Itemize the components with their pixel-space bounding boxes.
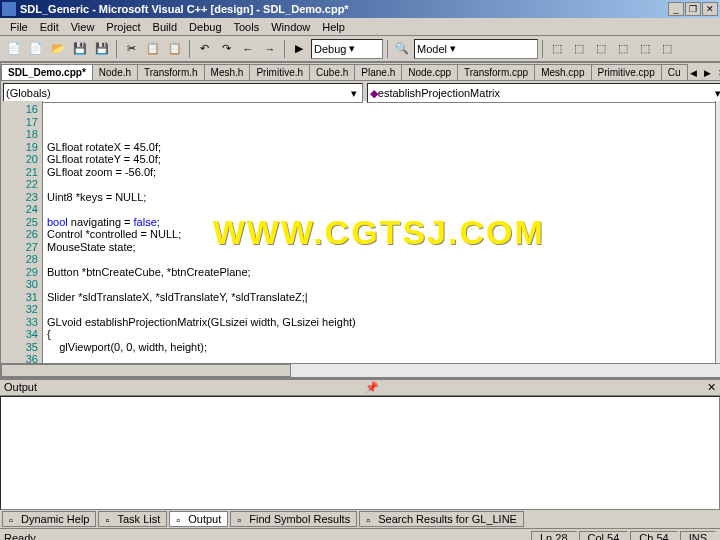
- tab-icon: ▫: [9, 514, 19, 524]
- file-tab[interactable]: Transform.h: [137, 64, 205, 80]
- scope-combo[interactable]: (Globals)▾: [3, 83, 363, 103]
- code-line[interactable]: [47, 353, 711, 363]
- code-line[interactable]: GLfloat rotateX = 45.0f;: [47, 141, 711, 154]
- menu-debug[interactable]: Debug: [183, 20, 227, 34]
- file-tab[interactable]: Node.h: [92, 64, 138, 80]
- output-tab[interactable]: ▫Task List: [98, 511, 167, 527]
- status-ins: INS: [680, 531, 716, 541]
- tab-icon: ▫: [366, 514, 376, 524]
- tool-f-button[interactable]: ⬚: [657, 39, 677, 59]
- open-button[interactable]: 📂: [48, 39, 68, 59]
- output-tab[interactable]: ▫Dynamic Help: [2, 511, 96, 527]
- code-line[interactable]: [47, 178, 711, 191]
- output-pin-icon[interactable]: 📌: [365, 381, 379, 394]
- output-tab[interactable]: ▫Output: [169, 511, 228, 527]
- menu-build[interactable]: Build: [147, 20, 183, 34]
- code-line[interactable]: MouseState state;: [47, 241, 711, 254]
- code-line[interactable]: GLvoid establishProjectionMatrix(GLsizei…: [47, 316, 711, 329]
- code-line[interactable]: glViewport(0, 0, width, height);: [47, 341, 711, 354]
- code-line[interactable]: GLfloat rotateY = 45.0f;: [47, 153, 711, 166]
- code-editor[interactable]: 1617181920212223242526272829303132333435…: [1, 101, 720, 363]
- code-line[interactable]: Control *controlled = NULL;: [47, 228, 711, 241]
- platform-combo[interactable]: Model▾: [414, 39, 538, 59]
- file-tab[interactable]: Primitive.h: [249, 64, 310, 80]
- code-line[interactable]: GLfloat zoom = -56.0f;: [47, 166, 711, 179]
- start-button[interactable]: ▶: [289, 39, 309, 59]
- status-ch: Ch 54: [630, 531, 677, 541]
- file-tab[interactable]: Mesh.h: [204, 64, 251, 80]
- editor-vscroll[interactable]: [715, 101, 720, 363]
- editor-hscroll[interactable]: [1, 363, 720, 377]
- line-gutter: 1617181920212223242526272829303132333435…: [1, 101, 43, 363]
- save-all-button[interactable]: 💾: [92, 39, 112, 59]
- tab-nav-btn[interactable]: ◀: [687, 66, 701, 80]
- code-line[interactable]: Button *btnCreateCube, *btnCreatePlane;: [47, 266, 711, 279]
- output-tab[interactable]: ▫Search Results for GL_LINE: [359, 511, 524, 527]
- config-combo[interactable]: Debug▾: [311, 39, 383, 59]
- file-tab[interactable]: SDL_Demo.cpp*: [1, 64, 93, 80]
- code-line[interactable]: Uint8 *keys = NULL;: [47, 191, 711, 204]
- window-titlebar: SDL_Generic - Microsoft Visual C++ [desi…: [0, 0, 720, 18]
- file-tab[interactable]: Mesh.cpp: [534, 64, 591, 80]
- menu-project[interactable]: Project: [100, 20, 146, 34]
- code-text[interactable]: WWW.CGTSJ.COM GLfloat rotateX = 45.0f;GL…: [43, 101, 715, 363]
- tool-c-button[interactable]: ⬚: [591, 39, 611, 59]
- undo-button[interactable]: ↶: [194, 39, 214, 59]
- add-item-button[interactable]: 📄: [26, 39, 46, 59]
- cut-button[interactable]: ✂: [121, 39, 141, 59]
- member-combo[interactable]: ◆establishProjectionMatrix▾: [367, 83, 720, 103]
- tool-b-button[interactable]: ⬚: [569, 39, 589, 59]
- tool-d-button[interactable]: ⬚: [613, 39, 633, 59]
- window-title: SDL_Generic - Microsoft Visual C++ [desi…: [20, 3, 668, 15]
- nav-fwd-button[interactable]: →: [260, 39, 280, 59]
- menu-window[interactable]: Window: [265, 20, 316, 34]
- tool-a-button[interactable]: ⬚: [547, 39, 567, 59]
- menu-help[interactable]: Help: [316, 20, 351, 34]
- menu-edit[interactable]: Edit: [34, 20, 65, 34]
- status-line: Ln 28: [531, 531, 577, 541]
- close-button[interactable]: ✕: [702, 2, 718, 16]
- file-tab[interactable]: Plane.h: [354, 64, 402, 80]
- new-project-button[interactable]: 📄: [4, 39, 24, 59]
- status-col: Col 54: [579, 531, 629, 541]
- code-line[interactable]: Slider *sldTranslateX, *sldTranslateY, *…: [47, 291, 711, 304]
- paste-button[interactable]: 📋: [165, 39, 185, 59]
- file-tab[interactable]: Node.cpp: [401, 64, 458, 80]
- tab-nav-btn[interactable]: ✕: [715, 66, 720, 80]
- redo-button[interactable]: ↷: [216, 39, 236, 59]
- tool-e-button[interactable]: ⬚: [635, 39, 655, 59]
- file-tab[interactable]: Cu: [661, 64, 688, 80]
- file-tab[interactable]: Transform.cpp: [457, 64, 535, 80]
- tab-nav-btn[interactable]: ▶: [701, 66, 715, 80]
- menu-view[interactable]: View: [65, 20, 101, 34]
- output-close-icon[interactable]: ✕: [707, 381, 716, 394]
- nav-back-button[interactable]: ←: [238, 39, 258, 59]
- status-ready: Ready: [4, 532, 529, 541]
- save-button[interactable]: 💾: [70, 39, 90, 59]
- output-tab-strip: ▫Dynamic Help▫Task List▫Output▫Find Symb…: [0, 510, 720, 528]
- file-tab-strip: SDL_Demo.cpp*Node.hTransform.hMesh.hPrim…: [1, 63, 720, 81]
- minimize-button[interactable]: _: [668, 2, 684, 16]
- tab-icon: ▫: [105, 514, 115, 524]
- editor-pane: SDL_Demo.cpp*Node.hTransform.hMesh.hPrim…: [0, 62, 720, 378]
- file-tab[interactable]: Cube.h: [309, 64, 355, 80]
- menu-bar: FileEditViewProjectBuildDebugToolsWindow…: [0, 18, 720, 36]
- menu-tools[interactable]: Tools: [228, 20, 266, 34]
- code-line[interactable]: [47, 203, 711, 216]
- output-tab[interactable]: ▫Find Symbol Results: [230, 511, 357, 527]
- app-icon: [2, 2, 16, 16]
- tab-icon: ▫: [237, 514, 247, 524]
- file-tab[interactable]: Primitive.cpp: [591, 64, 662, 80]
- output-body[interactable]: [0, 396, 720, 510]
- code-line[interactable]: bool navigating = false;: [47, 216, 711, 229]
- menu-file[interactable]: File: [4, 20, 34, 34]
- main-toolbar: 📄 📄 📂 💾 💾 ✂ 📋 📋 ↶ ↷ ← → ▶ Debug▾ 🔍 Model…: [0, 36, 720, 62]
- tab-icon: ▫: [176, 514, 186, 524]
- code-line[interactable]: {: [47, 328, 711, 341]
- code-line[interactable]: [47, 253, 711, 266]
- restore-button[interactable]: ❐: [685, 2, 701, 16]
- code-line[interactable]: [47, 278, 711, 291]
- code-line[interactable]: [47, 303, 711, 316]
- find-button[interactable]: 🔍: [392, 39, 412, 59]
- copy-button[interactable]: 📋: [143, 39, 163, 59]
